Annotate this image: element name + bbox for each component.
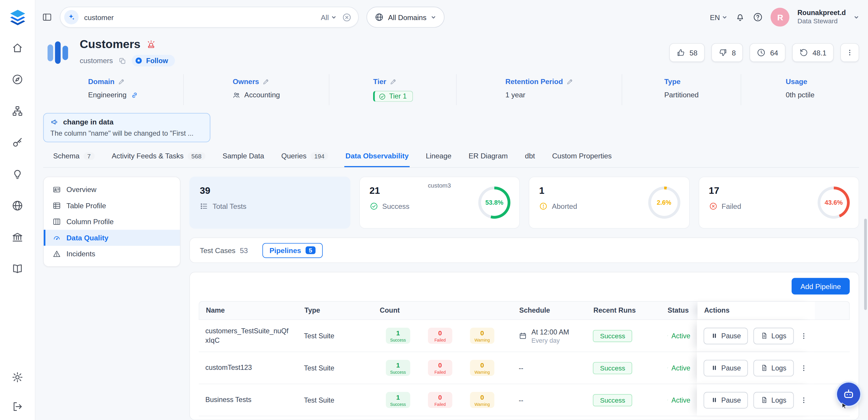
domain-value[interactable]: Engineering (88, 91, 127, 99)
user-info: Rounakpreet.d Data Steward (798, 8, 846, 25)
pause-button[interactable]: Pause (704, 392, 748, 408)
tab-queries[interactable]: Queries194 (280, 149, 330, 167)
tab-lineage[interactable]: Lineage (425, 149, 453, 167)
submenu-item-incidents[interactable]: Incidents (44, 246, 180, 262)
user-name: Rounakpreet.d (798, 8, 846, 17)
version-button[interactable]: 48.1 (792, 43, 834, 62)
robot-icon (842, 388, 855, 401)
tab-test-cases[interactable]: Test Cases 53 (200, 246, 248, 254)
custom-tag: custom3 (428, 182, 451, 189)
check-icon (667, 396, 668, 403)
row-kebab-menu[interactable] (799, 331, 808, 340)
aborted-donut: 2.6% (648, 187, 680, 219)
pause-button[interactable]: Pause (704, 327, 748, 344)
explore-icon[interactable] (11, 74, 23, 85)
tab-schema[interactable]: Schema7 (52, 149, 96, 167)
sidebar-toggle-icon[interactable] (42, 12, 52, 22)
column-header-recent-runs: Recent Runs (587, 307, 661, 314)
edit-pencil-icon[interactable] (390, 78, 397, 85)
row-kebab-menu[interactable] (799, 363, 808, 372)
rail-nav (11, 42, 23, 275)
tab-dbt[interactable]: dbt (524, 149, 536, 167)
globe-icon (375, 13, 384, 22)
home-icon[interactable] (11, 42, 23, 54)
owners-value[interactable]: Accounting (244, 91, 280, 99)
logout-icon[interactable] (11, 401, 23, 412)
announcement-alert-icon[interactable] (146, 39, 156, 49)
app-logo[interactable] (7, 8, 27, 28)
meta-owners: Owners Accounting (183, 74, 329, 105)
check-icon (667, 332, 668, 339)
glossary-icon[interactable] (11, 263, 23, 275)
follow-button[interactable]: Follow (132, 55, 175, 66)
search-clear-icon[interactable] (342, 12, 351, 22)
tab-er-diagram[interactable]: ER Diagram (467, 149, 509, 167)
domains-icon[interactable] (11, 200, 23, 211)
actions-cell: Pause Logs (697, 352, 814, 384)
pause-icon (711, 364, 718, 371)
column-header-status: Status (661, 307, 698, 314)
user-menu-chevron-icon[interactable] (854, 14, 859, 20)
governance-icon[interactable] (11, 232, 23, 243)
notifications-bell-icon[interactable] (735, 12, 745, 22)
key-icon[interactable] (11, 137, 23, 148)
logs-button[interactable]: Logs (753, 392, 794, 408)
submenu-item-table-profile[interactable]: Table Profile (44, 198, 180, 214)
usage-value: 0th pctile (786, 91, 815, 99)
pause-button[interactable]: Pause (704, 360, 748, 376)
ai-sparkle-icon (64, 10, 79, 25)
pipelines-table-card: Add Pipeline Name Type Count Schedule Re… (189, 272, 859, 420)
copy-icon[interactable] (119, 57, 126, 64)
page-title: Customers (80, 38, 141, 51)
tab-activity-feeds[interactable]: Activity Feeds & Tasks568 (111, 149, 207, 167)
submenu-item-column-profile[interactable]: Column Profile (44, 214, 180, 230)
user-avatar[interactable]: R (771, 8, 790, 27)
check-circle-icon (370, 202, 378, 210)
usage-label: Usage (786, 78, 807, 86)
chevron-down-icon (331, 14, 337, 20)
pipelines-count-badge: 5 (306, 246, 316, 254)
logs-button[interactable]: Logs (753, 327, 794, 344)
submenu-item-data-quality[interactable]: Data Quality (44, 230, 180, 246)
clock-icon (757, 48, 766, 57)
logs-button[interactable]: Logs (753, 360, 794, 376)
search-input[interactable] (84, 13, 315, 21)
network-icon[interactable] (11, 105, 23, 117)
main-area: All All Domains EN R Rounakpreet.d Data … (35, 0, 868, 420)
row-kebab-menu[interactable] (799, 395, 808, 404)
global-search[interactable]: All (60, 7, 359, 28)
column-header-name: Name (199, 307, 298, 314)
views-button[interactable]: 64 (750, 43, 785, 62)
tab-data-observability[interactable]: Data Observability (344, 149, 410, 167)
page-scrollbar[interactable] (864, 218, 867, 310)
edit-pencil-icon[interactable] (118, 78, 125, 85)
edit-pencil-icon[interactable] (262, 78, 270, 85)
tab-custom-properties[interactable]: Custom Properties (551, 149, 613, 167)
tab-sample-data[interactable]: Sample Data (221, 149, 266, 167)
table-header: Name Type Count Schedule Recent Runs Sta… (199, 301, 850, 320)
domains-filter-button[interactable]: All Domains (367, 7, 445, 28)
link-icon (130, 91, 138, 99)
entity-more-menu-button[interactable] (840, 43, 859, 62)
submenu-item-overview[interactable]: Overview (44, 182, 180, 198)
recent-run-badge[interactable]: Success (593, 362, 632, 374)
language-selector[interactable]: EN (710, 13, 727, 21)
meta-usage: Usage 0th pctile (741, 74, 859, 105)
help-icon[interactable] (753, 12, 763, 22)
search-scope-dropdown[interactable]: All (321, 13, 337, 21)
announcement-banner[interactable]: change in data The column "name" will be… (43, 113, 210, 142)
page-content: Customers customers Follow (35, 34, 868, 420)
downvote-button[interactable]: 8 (711, 43, 743, 62)
settings-icon[interactable] (11, 371, 23, 383)
recent-run-badge[interactable]: Success (593, 330, 632, 342)
entity-name: customers (80, 56, 113, 65)
upvote-button[interactable]: 58 (669, 43, 705, 62)
tab-pipelines[interactable]: Pipelines 5 (262, 243, 323, 258)
warning-circle-icon (539, 202, 548, 210)
edit-pencil-icon[interactable] (566, 78, 574, 85)
recent-run-badge[interactable]: Success (593, 394, 632, 406)
insights-icon[interactable] (11, 169, 23, 180)
logs-file-icon (761, 364, 768, 371)
add-pipeline-button[interactable]: Add Pipeline (792, 278, 850, 294)
tier-tag[interactable]: Tier 1 (373, 91, 413, 102)
